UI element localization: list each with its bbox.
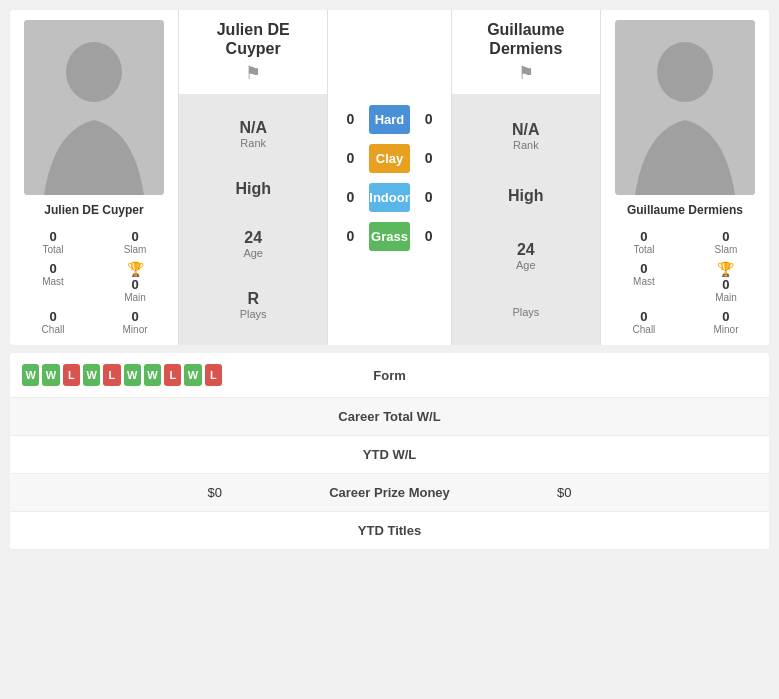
right-player-card: Guillaume Dermiens 0 Total 0 Slam 0 Mast…: [600, 10, 769, 345]
right-minor-stat: 0 Minor: [691, 309, 761, 335]
form-badge-1: W: [42, 364, 59, 386]
right-slam-value: 0: [722, 229, 729, 244]
left-main-label: Main: [124, 292, 146, 303]
left-player-card: Julien DE Cuyper 0 Total 0 Slam 0 Mast 🏆…: [10, 10, 179, 345]
right-rank-item: N/A Rank: [460, 121, 592, 151]
right-header-name: Guillaume Dermiens: [462, 20, 590, 58]
surface-row-indoor: 0 Indoor 0: [328, 178, 450, 217]
right-plays-label: Plays: [512, 306, 539, 318]
left-chall-stat: 0 Chall: [18, 309, 88, 335]
left-player-name: Julien DE Cuyper: [44, 203, 143, 217]
right-rank-value: N/A: [512, 121, 540, 139]
left-chall-value: 0: [49, 309, 56, 324]
left-plays-label: Plays: [240, 308, 267, 320]
right-plays-item: Plays: [460, 306, 592, 318]
left-high-item: High: [187, 180, 319, 198]
left-main-value: 0: [131, 277, 138, 292]
left-info-column: Julien DE Cuyper ⚑ N/A Rank High 24 Age …: [179, 10, 328, 345]
right-chall-stat: 0 Chall: [609, 309, 679, 335]
form-badge-7: L: [164, 364, 181, 386]
ytd-wl-row: YTD W/L: [10, 436, 769, 474]
surface-btn-grass: Grass: [369, 222, 409, 251]
career-wl-label: Career Total W/L: [242, 409, 537, 424]
left-slam-value: 0: [131, 229, 138, 244]
ytd-titles-label: YTD Titles: [242, 523, 537, 538]
right-age-label: Age: [516, 259, 536, 271]
surface-comparison: 0 Hard 0 0 Clay 0 0 Indoor 0 0 Grass 0: [328, 10, 450, 345]
left-age-label: Age: [243, 247, 263, 259]
surface-left-score-2: 0: [336, 189, 364, 205]
right-player-stats: 0 Total 0 Slam 0 Mast 🏆 0 Main 0: [609, 229, 761, 335]
form-badge-2: L: [63, 364, 80, 386]
surface-right-score-0: 0: [415, 111, 443, 127]
right-total-value: 0: [640, 229, 647, 244]
left-minor-value: 0: [131, 309, 138, 324]
form-badge-8: W: [184, 364, 201, 386]
right-age-item: 24 Age: [460, 241, 592, 271]
left-chall-label: Chall: [42, 324, 65, 335]
left-age-item: 24 Age: [187, 229, 319, 259]
left-age-value: 24: [244, 229, 262, 247]
left-mast-label: Mast: [42, 276, 64, 287]
right-high-value: High: [508, 187, 544, 205]
right-rank-label: Rank: [513, 139, 539, 151]
form-badge-6: W: [144, 364, 161, 386]
right-main-stat: 🏆 0 Main: [691, 261, 761, 303]
form-row: WWLWLWWLWL Form: [10, 353, 769, 398]
svg-point-1: [66, 42, 122, 102]
comparison-section: Julien DE Cuyper 0 Total 0 Slam 0 Mast 🏆…: [10, 10, 769, 345]
surface-left-score-0: 0: [336, 111, 364, 127]
right-mast-stat: 0 Mast: [609, 261, 679, 303]
left-mast-stat: 0 Mast: [18, 261, 88, 303]
left-main-stat: 🏆 0 Main: [100, 261, 170, 303]
surface-row-hard: 0 Hard 0: [328, 100, 450, 139]
prize-right: $0: [537, 485, 757, 500]
form-badge-5: W: [124, 364, 141, 386]
left-player-avatar: [24, 20, 164, 195]
right-main-label: Main: [715, 292, 737, 303]
surface-btn-indoor: Indoor: [369, 183, 409, 212]
left-info-box: N/A Rank High 24 Age R Plays: [179, 94, 327, 345]
surface-right-score-3: 0: [415, 228, 443, 244]
form-badge-3: W: [83, 364, 100, 386]
right-chall-label: Chall: [633, 324, 656, 335]
surface-left-score-3: 0: [336, 228, 364, 244]
surface-rows-container: 0 Hard 0 0 Clay 0 0 Indoor 0 0 Grass 0: [328, 100, 450, 256]
career-wl-row: Career Total W/L: [10, 398, 769, 436]
right-flag-icon: ⚑: [462, 62, 590, 84]
right-player-avatar: [615, 20, 755, 195]
right-minor-label: Minor: [713, 324, 738, 335]
surface-row-grass: 0 Grass 0: [328, 217, 450, 256]
left-rank-value: N/A: [239, 119, 267, 137]
right-slam-label: Slam: [715, 244, 738, 255]
right-chall-value: 0: [640, 309, 647, 324]
right-player-header: Guillaume Dermiens ⚑: [452, 10, 600, 94]
form-badge-4: L: [103, 364, 120, 386]
surface-btn-clay: Clay: [369, 144, 409, 173]
main-container: Julien DE Cuyper 0 Total 0 Slam 0 Mast 🏆…: [0, 0, 779, 560]
form-badge-0: W: [22, 364, 39, 386]
left-total-stat: 0 Total: [18, 229, 88, 255]
right-mast-value: 0: [640, 261, 647, 276]
form-badges-container: WWLWLWWLWL: [22, 364, 222, 386]
right-total-label: Total: [633, 244, 654, 255]
left-slam-label: Slam: [124, 244, 147, 255]
form-badges-left: WWLWLWWLWL: [22, 364, 242, 386]
right-main-value: 0: [722, 277, 729, 292]
prize-left: $0: [22, 485, 242, 500]
right-minor-value: 0: [722, 309, 729, 324]
right-mast-label: Mast: [633, 276, 655, 287]
left-player-header: Julien DE Cuyper ⚑: [179, 10, 327, 94]
prize-label: Career Prize Money: [242, 485, 537, 500]
left-mast-value: 0: [49, 261, 56, 276]
left-plays-item: R Plays: [187, 290, 319, 320]
svg-point-3: [657, 42, 713, 102]
bottom-stats-table: WWLWLWWLWL Form Career Total W/L YTD W/L…: [10, 353, 769, 550]
form-label: Form: [242, 368, 537, 383]
right-player-name: Guillaume Dermiens: [627, 203, 743, 217]
right-age-value: 24: [517, 241, 535, 259]
right-slam-stat: 0 Slam: [691, 229, 761, 255]
right-info-column: Guillaume Dermiens ⚑ N/A Rank High 24 Ag…: [451, 10, 600, 345]
left-minor-stat: 0 Minor: [100, 309, 170, 335]
left-rank-item: N/A Rank: [187, 119, 319, 149]
